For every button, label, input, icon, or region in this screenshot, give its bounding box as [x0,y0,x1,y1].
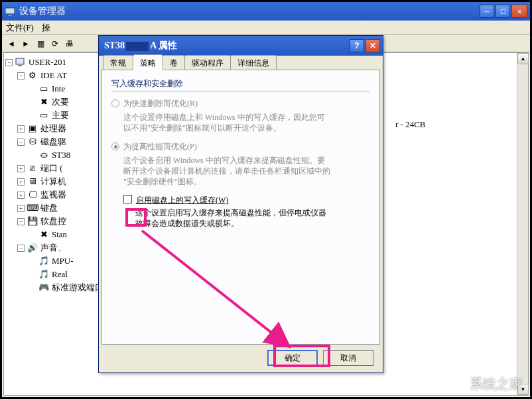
port-icon: ⎚ [27,163,38,174]
tree-toggle[interactable]: + [17,192,25,199]
sound-icon: 🔊 [27,243,38,253]
right-panel-text: r - 24CB [395,118,426,131]
group-title: 写入缓存和安全删除 [111,78,370,89]
watermark: 系统之家 [442,374,523,394]
keyboard-icon: ⌨ [27,203,38,213]
tab-volume[interactable]: 卷 [163,55,185,70]
tab-panel-policy: 写入缓存和安全删除 为快速删除而优化(R) 这个设置停用磁盘上和 Windows… [101,70,380,345]
sound-dev-icon: 🎵 [38,256,49,266]
disk-icon: ⛁ [27,137,38,147]
tab-policy[interactable]: 策略 [133,54,163,70]
ide-icon: ⚙ [27,70,38,81]
svg-rect-3 [18,65,22,66]
svg-rect-5 [451,385,457,392]
svg-rect-1 [8,15,12,16]
tree-item[interactable]: 主要 [52,109,69,122]
monitor-icon: 🖵 [27,190,38,200]
menu-action[interactable]: 操 [42,22,50,34]
tree-ide[interactable]: IDE AT [40,69,67,82]
properties-dialog: ST38A 属性 ? ✕ 常规 策略 卷 驱动程序 详细信息 写入缓存和安全删除… [98,35,383,373]
floppy-icon: 💾 [27,216,38,227]
toolbar-props-icon[interactable]: ▦ [34,37,47,50]
tree-computer[interactable]: 计算机 [40,175,66,188]
toolbar-fwd-icon[interactable]: ► [19,37,33,50]
tree-cpu[interactable]: 处理器 [40,122,66,135]
tree-item[interactable]: Real [52,268,68,281]
sound-dev-icon: 🎵 [38,269,49,280]
tree-floppy[interactable]: 软盘控 [40,215,66,228]
computer-icon: 🖥 [27,176,38,187]
tree-sound[interactable]: 声音、 [40,241,66,255]
vertical-scrollbar[interactable]: ▲ ▼ [517,53,528,395]
divider [111,91,370,91]
tree-item[interactable]: ST38 [52,148,70,162]
tree-toggle[interactable]: − [17,245,25,252]
tree-toggle[interactable]: + [17,165,25,172]
tree-item[interactable]: Stan [52,228,67,241]
tree-item[interactable]: MPU- [52,255,74,268]
dialog-tabs: 常规 策略 卷 驱动程序 详细信息 [101,56,380,70]
device-icon: ▭ [38,84,49,94]
close-button[interactable]: ✕ [511,5,527,18]
svg-rect-0 [5,8,15,14]
main-title: 设备管理器 [19,5,480,17]
tree-item[interactable]: 次要 [52,95,69,109]
help-button[interactable]: ? [350,39,364,52]
scroll-up-icon[interactable]: ▲ [517,53,529,64]
main-menubar: 文件(F) 操 [2,21,530,35]
watermark-text: 系统之家 [470,375,523,393]
minimize-button[interactable]: ─ [480,5,494,18]
dialog-title: ST38A 属性 [104,40,348,52]
ok-button[interactable]: 确定 [267,350,318,366]
computer-icon [15,57,26,68]
radio-label: 为快速删除而优化(R) [123,98,198,109]
device-error-icon: ✖ [38,97,49,107]
tree-toggle[interactable]: + [17,205,25,212]
toolbar-print-icon[interactable]: 🖶 [63,37,76,50]
device-icon: ▭ [38,110,49,121]
radio-performance [111,142,119,150]
tree-toggle[interactable]: + [17,178,25,186]
menu-file[interactable]: 文件(F) [6,22,34,34]
tab-driver[interactable]: 驱动程序 [184,55,231,70]
checkbox-label[interactable]: 启用磁盘上的写入缓存(W) [136,195,228,206]
sound-dev-icon: 🎮 [38,282,49,293]
option-description: 这个设置停用磁盘上和 Windows 中的写入缓存，因此您可 以不用"安全删除"… [123,112,370,133]
device-error-icon: ✖ [38,229,49,240]
tree-monitor[interactable]: 监视器 [40,188,66,201]
tree-toggle[interactable]: − [5,59,13,66]
svg-rect-2 [16,58,24,64]
tree-ports[interactable]: 端口 ( [40,162,63,175]
tab-general[interactable]: 常规 [103,55,133,70]
tab-details[interactable]: 详细信息 [230,55,277,70]
tree-toggle[interactable]: − [17,72,25,80]
checkbox-write-cache[interactable] [123,195,132,203]
option-description: 这个设备启用 Windows 中的写入缓存来提高磁盘性能。要 断开这个设备跟计算… [123,155,370,187]
dialog-titlebar[interactable]: ST38A 属性 ? ✕ [99,36,383,56]
tree-item[interactable]: 标准游戏端口 [52,281,103,294]
main-titlebar: 设备管理器 ─ ☐ ✕ [2,2,530,21]
toolbar-refresh-icon[interactable]: ⟳ [48,37,62,50]
tree-keyboard[interactable]: 键盘 [40,201,58,215]
dialog-close-button[interactable]: ✕ [366,39,380,52]
tree-disk[interactable]: 磁盘驱 [40,135,66,148]
tree-root[interactable]: USER-201 [29,56,66,69]
cpu-icon: ▣ [27,123,38,134]
cancel-button[interactable]: 取消 [323,350,373,366]
watermark-logo-icon [442,374,466,394]
tree-toggle[interactable]: + [17,125,25,133]
tree-toggle[interactable]: − [17,139,25,146]
radio-label: 为提高性能而优化(P) [123,141,197,152]
toolbar-back-icon[interactable]: ◄ [5,37,18,50]
disk-icon: ⛀ [38,150,49,160]
maximize-button[interactable]: ☐ [496,5,510,18]
checkbox-description: 这个设置启用写入缓存来提高磁盘性能，但停电或仪器 故障会造成数据遗失或损坏。 [135,207,370,229]
tree-toggle[interactable]: − [17,218,25,225]
tree-item[interactable]: Inte [52,82,65,95]
app-icon [5,6,15,17]
radio-quick-remove [111,99,119,107]
